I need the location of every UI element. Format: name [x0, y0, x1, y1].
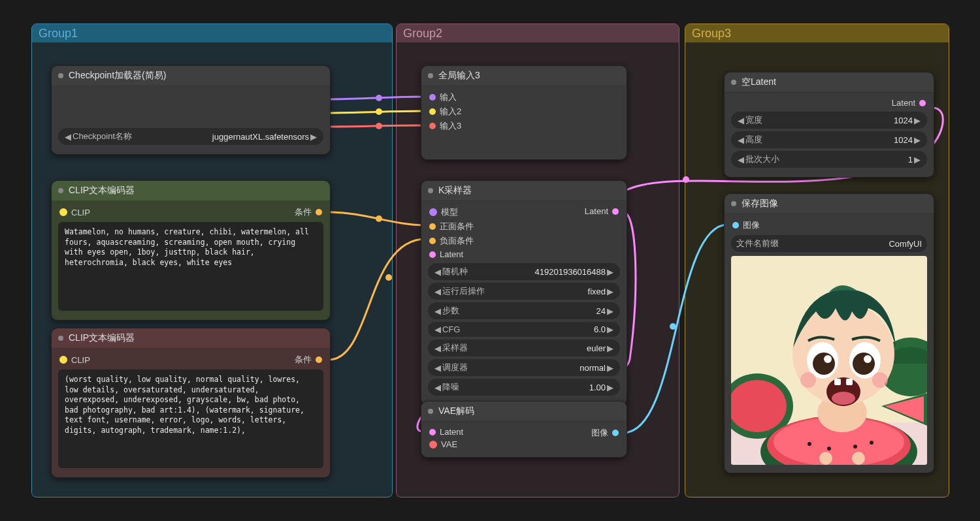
widget-降噪[interactable]: ◀降噪1.00▶	[428, 379, 620, 396]
node-vae-decode[interactable]: VAE解码 Latent VAE 图像	[421, 401, 627, 458]
node-empty-latent[interactable]: 空Latent Latent ◀宽度1024▶◀高度1024▶◀批次大小1▶	[724, 72, 934, 178]
widget-采样器[interactable]: ◀采样器euler▶	[428, 339, 620, 356]
output-image-preview	[731, 256, 927, 465]
node-save-image[interactable]: 保存图像 图像 文件名前缀 ComfyUI	[724, 193, 934, 473]
chevron-left-icon[interactable]: ◀	[433, 343, 442, 353]
node-global-input[interactable]: 全局输入3 输入 输入2 输入3	[421, 65, 627, 160]
chevron-left-icon[interactable]: ◀	[736, 116, 745, 125]
widget-高度[interactable]: ◀高度1024▶	[731, 131, 927, 148]
widget-宽度[interactable]: ◀宽度1024▶	[731, 112, 927, 129]
widget-运行后操作[interactable]: ◀运行后操作fixed▶	[428, 283, 620, 300]
port-negative-in[interactable]	[429, 238, 436, 244]
svg-point-32	[808, 442, 811, 446]
collapse-icon[interactable]	[428, 409, 433, 414]
checkpoint-name-widget[interactable]: ◀ Checkpoint名称 juggernautXL.safetensors …	[58, 128, 323, 145]
widget-调度器[interactable]: ◀调度器normal▶	[428, 359, 620, 376]
chevron-right-icon[interactable]: ▶	[606, 343, 615, 353]
chevron-right-icon[interactable]: ▶	[606, 267, 615, 277]
chevron-left-icon[interactable]: ◀	[736, 135, 745, 145]
chevron-right-icon[interactable]: ▶	[606, 324, 615, 334]
chevron-right-icon[interactable]: ▶	[606, 287, 615, 296]
widget-批次大小[interactable]: ◀批次大小1▶	[731, 151, 927, 168]
collapse-icon[interactable]	[731, 80, 736, 85]
collapse-icon[interactable]	[58, 73, 63, 78]
group-2-title[interactable]: Group2	[397, 24, 679, 42]
positive-prompt-text[interactable]: Watamelon, no humans, creature, chibi, w…	[58, 222, 323, 311]
port-model-in[interactable]	[429, 208, 437, 216]
chevron-left-icon[interactable]: ◀	[433, 267, 442, 277]
collapse-icon[interactable]	[58, 336, 63, 341]
widget-随机种[interactable]: ◀随机种419201936016488▶	[428, 263, 620, 280]
port-in1[interactable]	[429, 94, 436, 101]
chevron-left-icon[interactable]: ◀	[433, 324, 442, 334]
node-title: Checkpoint加载器(简易)	[69, 70, 166, 82]
port-positive-in[interactable]	[429, 223, 436, 230]
svg-point-18	[852, 452, 865, 465]
widget-步数[interactable]: ◀步数24▶	[428, 302, 620, 319]
chevron-right-icon[interactable]: ▶	[606, 363, 615, 373]
chevron-left-icon[interactable]: ◀	[433, 287, 442, 296]
port-clip-in[interactable]	[59, 208, 67, 216]
chevron-right-icon[interactable]: ▶	[606, 383, 615, 392]
collapse-icon[interactable]	[428, 73, 433, 78]
port-image-out[interactable]	[612, 430, 619, 436]
group-3-title[interactable]: Group3	[685, 24, 949, 42]
chevron-left-icon[interactable]: ◀	[433, 383, 442, 392]
svg-rect-30	[834, 379, 841, 385]
node-clip-negative[interactable]: CLIP文本编码器 CLIP 条件 (worst quality, low qu…	[51, 328, 331, 478]
svg-point-25	[864, 355, 872, 363]
chevron-left-icon[interactable]: ◀	[433, 306, 442, 316]
svg-point-22	[813, 353, 835, 375]
port-in3[interactable]	[429, 123, 436, 129]
node-canvas[interactable]: Group1 Group2 Group3	[0, 0, 980, 521]
negative-prompt-text[interactable]: (worst quality, low quality, normal qual…	[58, 370, 323, 468]
filename-prefix-widget[interactable]: 文件名前缀 ComfyUI	[731, 235, 927, 252]
port-in2[interactable]	[429, 108, 436, 115]
port-latent-in[interactable]	[429, 429, 436, 435]
svg-point-35	[870, 441, 874, 445]
collapse-icon[interactable]	[428, 188, 433, 193]
port-cond-out[interactable]	[316, 209, 322, 215]
chevron-right-icon[interactable]: ▶	[913, 135, 922, 145]
svg-point-26	[800, 372, 816, 388]
chevron-left-icon[interactable]: ◀	[736, 155, 745, 165]
port-latent-out[interactable]	[612, 208, 619, 215]
node-ksampler[interactable]: K采样器 模型 正面条件 负面条件 Latent Latent ◀随机种4192…	[421, 180, 627, 405]
chevron-right-icon[interactable]: ▶	[309, 132, 318, 142]
collapse-icon[interactable]	[731, 201, 736, 206]
port-image-in[interactable]	[732, 222, 739, 229]
chevron-left-icon[interactable]: ◀	[433, 363, 442, 373]
port-vae-in[interactable]	[429, 441, 437, 449]
svg-point-17	[819, 452, 832, 465]
svg-point-34	[853, 445, 857, 449]
widget-CFG[interactable]: ◀CFG6.0▶	[428, 322, 620, 337]
chevron-left-icon[interactable]: ◀	[63, 132, 73, 142]
svg-point-24	[824, 355, 832, 363]
port-clip-in[interactable]	[59, 356, 67, 364]
port-cond-out[interactable]	[316, 356, 322, 363]
node-checkpoint-loader[interactable]: Checkpoint加载器(简易) ◀ Checkpoint名称 juggern…	[51, 65, 331, 155]
port-latent-in[interactable]	[429, 251, 436, 258]
chevron-right-icon[interactable]: ▶	[913, 155, 922, 165]
collapse-icon[interactable]	[58, 188, 63, 193]
svg-point-27	[872, 372, 888, 388]
chevron-right-icon[interactable]: ▶	[913, 116, 922, 125]
svg-rect-31	[846, 379, 853, 385]
group-1-title[interactable]: Group1	[32, 24, 392, 42]
svg-point-29	[832, 392, 855, 405]
port-latent-out[interactable]	[919, 100, 926, 106]
chevron-right-icon[interactable]: ▶	[606, 306, 615, 316]
svg-point-33	[827, 447, 831, 450]
svg-point-23	[853, 353, 875, 375]
node-clip-positive[interactable]: CLIP文本编码器 CLIP 条件 Watamelon, no humans, …	[51, 180, 331, 321]
